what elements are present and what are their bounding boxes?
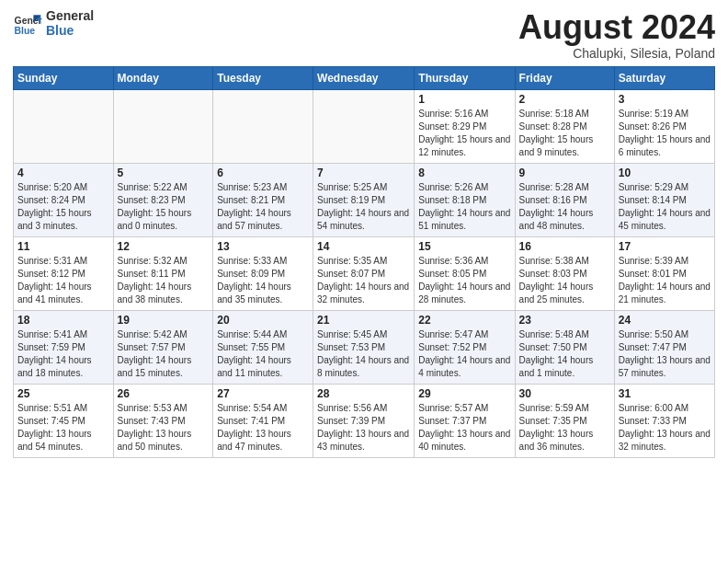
- day-number: 22: [418, 314, 510, 327]
- day-info: Sunrise: 5:22 AM Sunset: 8:23 PM Dayligh…: [118, 181, 210, 233]
- day-info: Sunrise: 5:47 AM Sunset: 7:52 PM Dayligh…: [418, 328, 510, 380]
- day-info: Sunrise: 5:45 AM Sunset: 7:53 PM Dayligh…: [317, 328, 410, 380]
- calendar-cell: 6Sunrise: 5:23 AM Sunset: 8:21 PM Daylig…: [213, 163, 313, 236]
- day-info: Sunrise: 5:39 AM Sunset: 8:01 PM Dayligh…: [619, 255, 711, 306]
- logo-blue: Blue: [46, 23, 94, 38]
- day-number: 3: [619, 93, 711, 106]
- calendar-cell: 8Sunrise: 5:26 AM Sunset: 8:18 PM Daylig…: [415, 163, 515, 236]
- calendar-week-row: 18Sunrise: 5:41 AM Sunset: 7:59 PM Dayli…: [14, 310, 715, 384]
- day-info: Sunrise: 5:38 AM Sunset: 8:03 PM Dayligh…: [519, 255, 610, 306]
- col-monday: Monday: [113, 66, 213, 89]
- day-info: Sunrise: 5:51 AM Sunset: 7:45 PM Dayligh…: [17, 402, 109, 454]
- day-info: Sunrise: 5:44 AM Sunset: 7:55 PM Dayligh…: [217, 328, 309, 380]
- day-info: Sunrise: 5:50 AM Sunset: 7:47 PM Dayligh…: [619, 328, 711, 380]
- calendar-cell: 23Sunrise: 5:48 AM Sunset: 7:50 PM Dayli…: [515, 310, 614, 384]
- header: General Blue General Blue August 2024 Ch…: [13, 9, 715, 61]
- day-number: 28: [317, 387, 410, 400]
- day-info: Sunrise: 5:59 AM Sunset: 7:35 PM Dayligh…: [519, 402, 610, 454]
- calendar-cell: 9Sunrise: 5:28 AM Sunset: 8:16 PM Daylig…: [515, 163, 614, 236]
- day-info: Sunrise: 5:54 AM Sunset: 7:41 PM Dayligh…: [217, 402, 309, 454]
- calendar-cell: 11Sunrise: 5:31 AM Sunset: 8:12 PM Dayli…: [14, 236, 114, 310]
- logo: General Blue General Blue: [13, 9, 94, 39]
- calendar-cell: 5Sunrise: 5:22 AM Sunset: 8:23 PM Daylig…: [113, 163, 213, 236]
- day-number: 10: [619, 167, 711, 179]
- day-number: 19: [118, 314, 210, 327]
- day-number: 1: [418, 93, 510, 106]
- calendar-cell: 22Sunrise: 5:47 AM Sunset: 7:52 PM Dayli…: [415, 310, 515, 384]
- calendar-cell: 1Sunrise: 5:16 AM Sunset: 8:29 PM Daylig…: [415, 89, 515, 163]
- day-number: 6: [217, 167, 309, 179]
- day-info: Sunrise: 5:25 AM Sunset: 8:19 PM Dayligh…: [317, 181, 410, 233]
- day-number: 27: [217, 387, 309, 400]
- calendar-cell: [313, 89, 415, 163]
- day-info: Sunrise: 5:33 AM Sunset: 8:09 PM Dayligh…: [217, 255, 309, 306]
- calendar-cell: 13Sunrise: 5:33 AM Sunset: 8:09 PM Dayli…: [213, 236, 313, 310]
- day-info: Sunrise: 5:28 AM Sunset: 8:16 PM Dayligh…: [519, 181, 610, 233]
- day-info: Sunrise: 5:56 AM Sunset: 7:39 PM Dayligh…: [317, 402, 410, 454]
- col-sunday: Sunday: [14, 66, 114, 89]
- title-block: August 2024 Chalupki, Silesia, Poland: [518, 9, 715, 61]
- day-number: 25: [17, 387, 109, 400]
- col-thursday: Thursday: [415, 66, 515, 89]
- calendar-cell: 31Sunrise: 6:00 AM Sunset: 7:33 PM Dayli…: [614, 384, 714, 457]
- calendar-cell: 14Sunrise: 5:35 AM Sunset: 8:07 PM Dayli…: [313, 236, 415, 310]
- day-info: Sunrise: 5:26 AM Sunset: 8:18 PM Dayligh…: [418, 181, 510, 233]
- day-info: Sunrise: 5:16 AM Sunset: 8:29 PM Dayligh…: [418, 108, 510, 159]
- calendar-cell: 3Sunrise: 5:19 AM Sunset: 8:26 PM Daylig…: [614, 89, 714, 163]
- day-number: 29: [418, 387, 510, 400]
- calendar-cell: 10Sunrise: 5:29 AM Sunset: 8:14 PM Dayli…: [614, 163, 714, 236]
- day-number: 2: [519, 93, 610, 106]
- day-info: Sunrise: 5:20 AM Sunset: 8:24 PM Dayligh…: [17, 181, 109, 233]
- calendar-cell: 15Sunrise: 5:36 AM Sunset: 8:05 PM Dayli…: [415, 236, 515, 310]
- calendar-cell: 17Sunrise: 5:39 AM Sunset: 8:01 PM Dayli…: [614, 236, 714, 310]
- calendar-cell: 16Sunrise: 5:38 AM Sunset: 8:03 PM Dayli…: [515, 236, 614, 310]
- day-number: 30: [519, 387, 610, 400]
- calendar-cell: [213, 89, 313, 163]
- day-number: 9: [519, 167, 610, 179]
- day-info: Sunrise: 5:19 AM Sunset: 8:26 PM Dayligh…: [619, 108, 711, 159]
- header-row: Sunday Monday Tuesday Wednesday Thursday…: [14, 66, 715, 89]
- page: General Blue General Blue August 2024 Ch…: [0, 0, 728, 563]
- day-number: 23: [519, 314, 610, 327]
- day-number: 16: [519, 240, 610, 253]
- day-info: Sunrise: 5:18 AM Sunset: 8:28 PM Dayligh…: [519, 108, 610, 159]
- col-wednesday: Wednesday: [313, 66, 415, 89]
- day-number: 24: [619, 314, 711, 327]
- calendar-cell: 21Sunrise: 5:45 AM Sunset: 7:53 PM Dayli…: [313, 310, 415, 384]
- day-info: Sunrise: 5:32 AM Sunset: 8:11 PM Dayligh…: [118, 255, 210, 306]
- calendar-cell: 30Sunrise: 5:59 AM Sunset: 7:35 PM Dayli…: [515, 384, 614, 457]
- calendar-cell: [113, 89, 213, 163]
- day-number: 31: [619, 387, 711, 400]
- day-info: Sunrise: 5:29 AM Sunset: 8:14 PM Dayligh…: [619, 181, 711, 233]
- day-number: 8: [418, 167, 510, 179]
- day-info: Sunrise: 5:31 AM Sunset: 8:12 PM Dayligh…: [17, 255, 109, 306]
- location: Chalupki, Silesia, Poland: [518, 46, 715, 61]
- col-saturday: Saturday: [614, 66, 714, 89]
- day-number: 12: [118, 240, 210, 253]
- calendar-cell: 12Sunrise: 5:32 AM Sunset: 8:11 PM Dayli…: [113, 236, 213, 310]
- day-info: Sunrise: 5:53 AM Sunset: 7:43 PM Dayligh…: [118, 402, 210, 454]
- calendar-cell: 19Sunrise: 5:42 AM Sunset: 7:57 PM Dayli…: [113, 310, 213, 384]
- day-number: 20: [217, 314, 309, 327]
- day-info: Sunrise: 5:48 AM Sunset: 7:50 PM Dayligh…: [519, 328, 610, 380]
- day-info: Sunrise: 5:42 AM Sunset: 7:57 PM Dayligh…: [118, 328, 210, 380]
- day-info: Sunrise: 6:00 AM Sunset: 7:33 PM Dayligh…: [619, 402, 711, 454]
- calendar-cell: 7Sunrise: 5:25 AM Sunset: 8:19 PM Daylig…: [313, 163, 415, 236]
- day-number: 7: [317, 167, 410, 179]
- calendar-week-row: 25Sunrise: 5:51 AM Sunset: 7:45 PM Dayli…: [14, 384, 715, 457]
- day-number: 26: [118, 387, 210, 400]
- day-number: 4: [17, 167, 109, 179]
- day-number: 11: [17, 240, 109, 253]
- logo-icon: General Blue: [13, 9, 42, 39]
- col-friday: Friday: [515, 66, 614, 89]
- calendar-week-row: 1Sunrise: 5:16 AM Sunset: 8:29 PM Daylig…: [14, 89, 715, 163]
- day-number: 5: [118, 167, 210, 179]
- day-number: 14: [317, 240, 410, 253]
- calendar-cell: 25Sunrise: 5:51 AM Sunset: 7:45 PM Dayli…: [14, 384, 114, 457]
- day-info: Sunrise: 5:41 AM Sunset: 7:59 PM Dayligh…: [17, 328, 109, 380]
- day-number: 17: [619, 240, 711, 253]
- calendar-cell: 4Sunrise: 5:20 AM Sunset: 8:24 PM Daylig…: [14, 163, 114, 236]
- svg-text:Blue: Blue: [15, 26, 36, 36]
- calendar-week-row: 4Sunrise: 5:20 AM Sunset: 8:24 PM Daylig…: [14, 163, 715, 236]
- calendar-cell: 26Sunrise: 5:53 AM Sunset: 7:43 PM Dayli…: [113, 384, 213, 457]
